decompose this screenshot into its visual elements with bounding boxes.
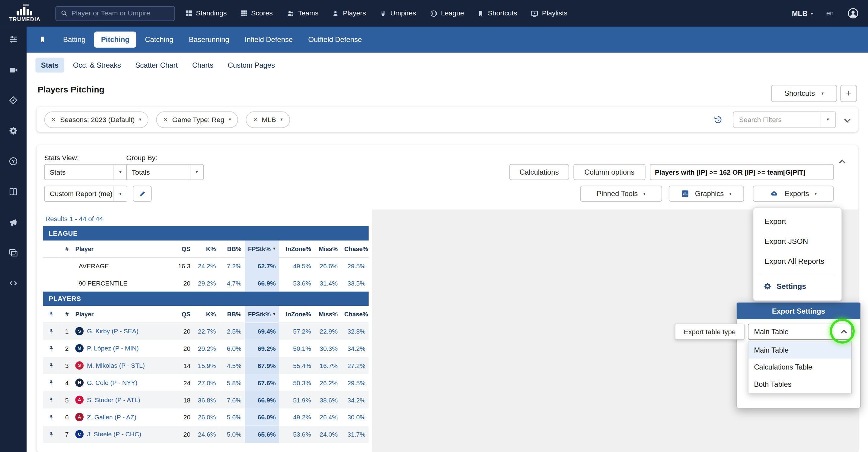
filter-chip-league[interactable]: × MLB ▾ [246,111,290,128]
nav-league[interactable]: League [430,9,464,18]
col-rank[interactable]: # [59,306,72,322]
global-search[interactable] [55,6,175,21]
player-filter-expression-input[interactable] [650,164,834,180]
col-inzone[interactable]: InZone% [279,306,314,322]
player-link[interactable]: M. Mikolas (P - STL) [87,362,145,369]
search-filters-box[interactable]: ▾ [733,111,836,128]
menu-item-export-json[interactable]: Export JSON [753,232,841,252]
bookmark-icon[interactable] [39,35,46,45]
player-link[interactable]: G. Cole (P - NYY) [87,379,137,386]
pin-cell[interactable] [43,357,59,374]
col-qs[interactable]: QS [170,241,194,257]
nav-umpires[interactable]: Umpires [379,9,416,18]
menu-item-export[interactable]: Export [753,212,841,232]
tab-stats[interactable]: Stats [35,58,64,73]
filter-history-icon[interactable] [713,114,723,124]
column-options-button[interactable]: Column options [574,164,645,180]
search-filters-input[interactable] [734,115,820,123]
remove-filter-icon[interactable]: × [52,115,56,124]
player-link[interactable]: J. Steele (P - CHC) [87,431,141,437]
exports-button[interactable]: Exports ▾ [753,186,834,201]
pin-cell[interactable] [43,374,59,391]
glossary[interactable] [8,187,19,197]
option-main-table[interactable]: Main Table [748,341,851,359]
nav-standings[interactable]: Standings [185,9,227,17]
group-by-select[interactable]: Totals ▾ [126,164,204,180]
tab-custom-pages[interactable]: Custom Pages [222,58,280,73]
announcements[interactable] [8,217,19,227]
col-bb[interactable]: BB% [219,306,245,322]
col-fpstk[interactable]: FPStk%▼ [245,306,279,322]
pin-cell[interactable] [43,426,59,443]
col-qs[interactable]: QS [170,306,194,322]
tab-infield-defense[interactable]: Infield Defense [238,32,300,48]
tab-catching[interactable]: Catching [138,32,180,48]
add-page-button[interactable]: + [840,85,857,102]
tab-occ-streaks[interactable]: Occ. & Streaks [67,58,126,73]
edit-report-button[interactable] [133,186,152,201]
tab-charts[interactable]: Charts [187,58,219,73]
graphics-button[interactable]: Graphics ▾ [669,186,744,201]
menu-item-export-all-reports[interactable]: Export All Reports [753,252,841,272]
filter-chip-game-type[interactable]: × Game Type: Reg ▾ [156,111,238,128]
player-link[interactable]: G. Kirby (P - SEA) [87,328,138,335]
col-player[interactable]: Player [72,306,170,322]
menu-item-settings[interactable]: Settings [753,276,841,297]
col-chase[interactable]: Chase% [341,306,369,322]
calculations-button[interactable]: Calculations [509,164,569,180]
pin-cell[interactable] [43,322,59,340]
league-picker[interactable]: MLB▾ [792,9,813,18]
filter-chip-seasons[interactable]: × Seasons: 2023 (Default) ▾ [44,111,149,128]
tab-batting[interactable]: Batting [56,32,92,48]
col-bb[interactable]: BB% [219,241,245,257]
nav-playlists[interactable]: Playlists [530,9,567,18]
col-rank[interactable]: # [59,241,72,257]
col-chase[interactable]: Chase% [341,241,369,257]
player-link[interactable]: Z. Gallen (P - AZ) [87,414,136,420]
account-icon[interactable] [847,7,859,19]
tab-outfield-defense[interactable]: Outfield Defense [302,32,369,48]
nav-scores[interactable]: Scores [240,9,273,17]
pin-cell[interactable] [43,391,59,408]
pin-all-header[interactable] [43,306,59,322]
nav-shortcuts[interactable]: Shortcuts [477,9,517,18]
nav-teams[interactable]: Teams [286,9,318,18]
chevron-up-icon[interactable] [835,329,851,334]
embed-code[interactable] [8,278,19,288]
remove-filter-icon[interactable]: × [253,115,257,124]
nav-players[interactable]: Players [332,9,366,18]
pin-cell[interactable] [43,408,59,426]
col-player[interactable]: Player [72,241,170,257]
col-miss[interactable]: Miss% [314,306,341,322]
shortcuts-button[interactable]: Shortcuts ▾ [771,85,837,102]
language-selector[interactable]: en [826,9,834,17]
help[interactable] [8,156,19,166]
tab-baserunning[interactable]: Baserunning [182,32,236,48]
col-miss[interactable]: Miss% [314,241,341,257]
col-k[interactable]: K% [194,241,219,257]
export-table-type-select[interactable]: Main Table [748,323,852,340]
media-gallery[interactable] [8,248,19,258]
collapse-filters-chevron[interactable] [846,114,850,124]
settings[interactable] [8,126,19,136]
report-select[interactable]: Custom Report (me) ▾ [44,186,127,201]
tab-scatter-chart[interactable]: Scatter Chart [130,58,183,73]
player-link[interactable]: P. López (P - MIN) [87,345,139,352]
tab-pitching[interactable]: Pitching [94,32,136,48]
remove-filter-icon[interactable]: × [163,115,168,124]
pinned-tools-button[interactable]: Pinned Tools ▾ [580,186,662,201]
col-k[interactable]: K% [194,306,219,322]
search-input[interactable] [71,9,170,17]
col-inzone[interactable]: InZone% [279,241,314,257]
field-view[interactable] [8,95,19,105]
stats-view-select[interactable]: Stats ▾ [44,164,127,180]
col-fpstk[interactable]: FPStk%▼ [245,241,279,257]
option-both-tables[interactable]: Both Tables [748,376,851,393]
video-library[interactable] [8,65,19,75]
collapse-controls-chevron[interactable] [839,156,844,166]
caret-down-icon[interactable]: ▾ [820,112,835,127]
option-calculations-table[interactable]: Calculations Table [748,359,851,376]
trumedia-logo[interactable]: TRUMEDIA [0,4,50,22]
filters-toggle[interactable] [8,34,19,45]
pin-cell[interactable] [43,340,59,357]
